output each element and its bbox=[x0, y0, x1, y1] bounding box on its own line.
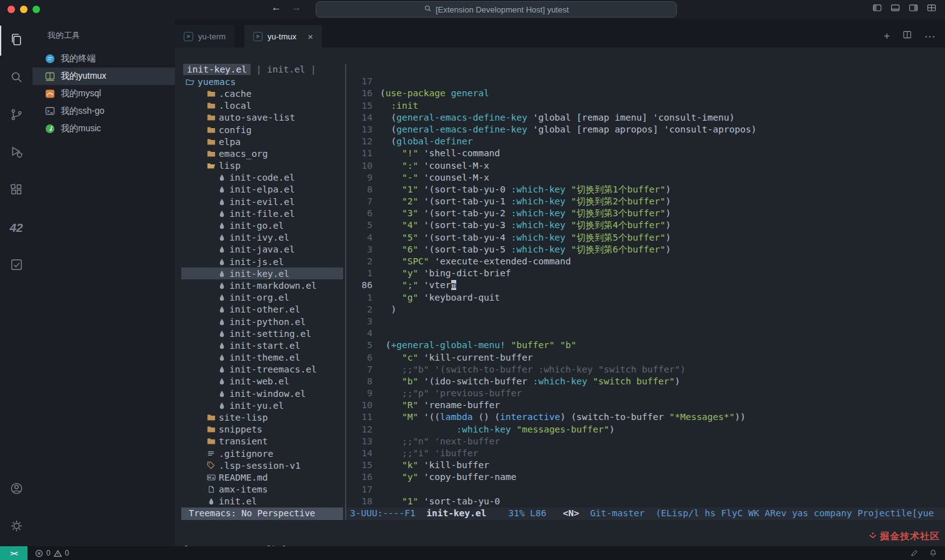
tree-item-emacs_org[interactable]: emacs_org bbox=[181, 148, 343, 159]
activitybar-item-extensions[interactable] bbox=[0, 176, 32, 206]
tree-item-init-theme.el[interactable]: init-theme.el bbox=[181, 352, 343, 364]
code-text: (general-emacs-define-key 'global [remap… bbox=[380, 112, 734, 124]
tree-item-transient[interactable]: transient bbox=[181, 436, 343, 448]
code-text: "6" '(sort-tab-yu-5 :which-key "切换到第6个bu… bbox=[380, 244, 671, 256]
tree-item-init-treemacs.el[interactable]: init-treemacs.el bbox=[181, 364, 343, 376]
code-line: 18 "1" 'sort-tab-yu-0 bbox=[348, 496, 945, 508]
code-line: 11 "!" 'shell-command bbox=[348, 148, 945, 159]
split-editor-icon[interactable] bbox=[902, 30, 912, 42]
code-text: "y" 'bing-dict-brief bbox=[380, 268, 511, 279]
file-el-icon bbox=[217, 342, 226, 349]
sidebar-item-我的music[interactable]: 我的music bbox=[32, 120, 175, 138]
code-segment: ( bbox=[380, 88, 386, 98]
sidebar-item-我的终端[interactable]: 我的终端 bbox=[32, 50, 175, 68]
tree-item-init-window.el[interactable]: init-window.el bbox=[181, 388, 343, 399]
tree-item-init-start.el[interactable]: init-start.el bbox=[181, 339, 343, 351]
tree-item-label: auto-save-list bbox=[219, 112, 295, 122]
tree-item-init-evil.el[interactable]: init-evil.el bbox=[181, 196, 343, 208]
new-terminal-button[interactable]: + bbox=[884, 30, 890, 42]
code-segment: +general-global-menu! bbox=[391, 340, 505, 350]
activitybar-item-run-debug[interactable] bbox=[0, 138, 32, 168]
tree-item-init-java.el[interactable]: init-java.el bbox=[181, 244, 343, 256]
file-el-icon bbox=[217, 378, 226, 385]
tab-yu-tmux[interactable]: >yu-tmux× bbox=[244, 25, 322, 48]
terminal-emacs[interactable]: init-key.el | init.el | yuemacs.cache.lo… bbox=[175, 48, 945, 546]
tree-item-auto-save-list[interactable]: auto-save-list bbox=[181, 112, 343, 124]
line-number: 16 bbox=[348, 88, 372, 99]
tree-item-init-markdown.el[interactable]: init-markdown.el bbox=[181, 279, 343, 291]
activitybar-item-fortytwo[interactable]: 42 bbox=[0, 213, 32, 243]
tree-item-.lsp-session-v1[interactable]: .lsp-session-v1 bbox=[181, 459, 343, 471]
tree-item-init-web.el[interactable]: init-web.el bbox=[181, 376, 343, 388]
search-icon bbox=[424, 4, 432, 14]
tree-item-README.md[interactable]: README.md bbox=[181, 471, 343, 483]
tree-item-lisp[interactable]: lisp bbox=[181, 160, 343, 172]
tree-item-label: site-lisp bbox=[219, 412, 268, 422]
tree-item-.gitignore[interactable]: .gitignore bbox=[181, 448, 343, 459]
toggle-sidebar-icon[interactable] bbox=[872, 3, 882, 12]
buffer-tab-inactive[interactable]: init.el bbox=[267, 64, 305, 74]
tree-item-snippets[interactable]: snippets bbox=[181, 424, 343, 436]
tree-item-init-code.el[interactable]: init-code.el bbox=[181, 172, 343, 184]
toggle-panel-icon[interactable] bbox=[891, 3, 900, 12]
problems-indicator[interactable]: 0 0 bbox=[35, 549, 69, 558]
line-number: 4 bbox=[348, 232, 372, 244]
code-segment bbox=[380, 496, 402, 506]
tree-item-init-js.el[interactable]: init-js.el bbox=[181, 256, 343, 268]
activitybar-item-explorer[interactable] bbox=[0, 26, 32, 56]
activitybar-item-source-control[interactable] bbox=[0, 101, 32, 131]
code-text: ;;"b" '(switch-to-buffer :which-key "swi… bbox=[380, 364, 686, 376]
window-divider[interactable] bbox=[345, 64, 346, 520]
tree-item-amx-items[interactable]: amx-items bbox=[181, 484, 343, 496]
tree-item-init.el[interactable]: init.el bbox=[181, 496, 343, 508]
line-number: 6 bbox=[348, 208, 372, 219]
tree-item-init-elpa.el[interactable]: init-elpa.el bbox=[181, 184, 343, 196]
code-segment bbox=[588, 376, 593, 386]
sidebar-item-我的mysql[interactable]: 我的mysql bbox=[32, 85, 175, 102]
code-segment: "SPC" bbox=[402, 256, 429, 266]
tree-item-init-go.el[interactable]: init-go.el bbox=[181, 219, 343, 231]
close-icon[interactable]: × bbox=[308, 31, 313, 42]
tree-item-init-setting.el[interactable]: init-setting.el bbox=[181, 328, 343, 339]
tree-item-init-yu.el[interactable]: init-yu.el bbox=[181, 399, 343, 411]
back-button[interactable]: ← bbox=[271, 2, 281, 13]
minimize-window-button[interactable] bbox=[20, 6, 28, 13]
line-number: 12 bbox=[348, 424, 372, 436]
more-actions-button[interactable]: ⋯ bbox=[924, 30, 935, 43]
modeline-segment: Git-master (ELisp/l hs FlyC WK ARev yas … bbox=[579, 508, 934, 518]
tree-item-init-org.el[interactable]: init-org.el bbox=[181, 292, 343, 304]
tree-item-init-python.el[interactable]: init-python.el bbox=[181, 316, 343, 328]
tree-item-init-other.el[interactable]: init-other.el bbox=[181, 304, 343, 316]
tree-item-config[interactable]: config bbox=[181, 124, 343, 136]
tree-item-.cache[interactable]: .cache bbox=[181, 88, 343, 99]
pencil-icon[interactable] bbox=[910, 549, 919, 558]
line-number: 18 bbox=[348, 496, 372, 508]
command-center[interactable]: [Extension Development Host] yutest bbox=[316, 1, 677, 18]
tree-item-init-ivy.el[interactable]: init-ivy.el bbox=[181, 232, 343, 244]
activitybar-item-accounts[interactable] bbox=[0, 474, 32, 504]
toggle-secondary-sidebar-icon[interactable] bbox=[909, 3, 918, 12]
code-line: 17 bbox=[348, 484, 945, 496]
sidebar-item-我的ssh-go[interactable]: 我的ssh-go bbox=[32, 102, 175, 120]
buffer-tab-active[interactable]: init-key.el bbox=[183, 64, 251, 75]
tree-item-init-file.el[interactable]: init-file.el bbox=[181, 208, 343, 219]
customize-layout-icon[interactable] bbox=[927, 3, 936, 12]
tree-item-init-key.el[interactable]: init-key.el bbox=[181, 268, 343, 279]
close-window-button[interactable] bbox=[8, 6, 15, 13]
tree-item-label: init-start.el bbox=[229, 341, 301, 351]
activitybar-item-todo[interactable] bbox=[0, 251, 32, 281]
activitybar-item-search[interactable] bbox=[0, 63, 32, 93]
tree-item-.local[interactable]: .local bbox=[181, 100, 343, 112]
tree-item-yuemacs[interactable]: yuemacs bbox=[181, 76, 343, 88]
zoom-window-button[interactable] bbox=[32, 6, 40, 13]
activitybar-item-settings[interactable] bbox=[0, 512, 32, 542]
tab-yu-term[interactable]: >yu-term bbox=[175, 25, 234, 48]
forward-button[interactable]: → bbox=[291, 2, 301, 13]
code-segment: ;;"b" '(switch-to-buffer :which-key "swi… bbox=[380, 364, 686, 374]
tree-item-site-lisp[interactable]: site-lisp bbox=[181, 411, 343, 423]
sidebar-item-我的yutmux[interactable]: 我的yutmux bbox=[32, 68, 175, 85]
code-segment: lambda bbox=[440, 412, 472, 422]
bell-icon[interactable] bbox=[929, 549, 938, 558]
tree-item-elpa[interactable]: elpa bbox=[181, 136, 343, 148]
remote-indicator[interactable]: >< bbox=[0, 546, 28, 560]
